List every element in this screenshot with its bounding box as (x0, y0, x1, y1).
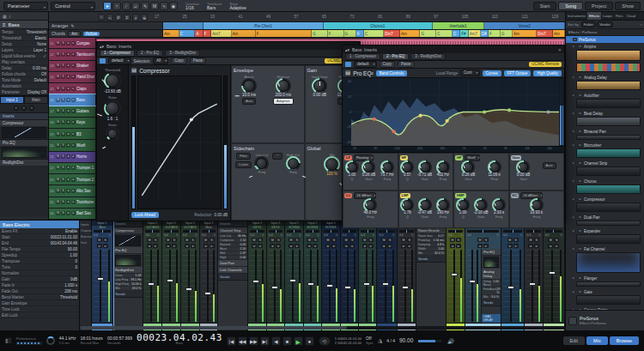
solo-button[interactable]: S (387, 238, 392, 242)
monitor-button[interactable]: ▸ (368, 244, 374, 248)
chord-g[interactable]: G (501, 30, 513, 37)
pan-control[interactable] (448, 230, 463, 233)
event-value[interactable]: 00143.04.04.46 (51, 241, 77, 245)
chord-f[interactable]: F# (460, 30, 468, 37)
chord-f[interactable]: F (328, 30, 344, 37)
mute-button[interactable]: M (362, 238, 368, 242)
solo-button[interactable]: S (61, 154, 65, 159)
remote-badge[interactable]: UC/MC Remote (529, 62, 562, 67)
channel-fader[interactable] (399, 250, 414, 322)
mute-button[interactable]: M (270, 238, 275, 242)
event-row-tune[interactable]: Tune0 (0, 264, 79, 270)
close-icon[interactable]: ✕ (558, 47, 562, 52)
solo-button[interactable]: S (61, 109, 65, 113)
record-arm-button[interactable]: ● (204, 244, 209, 248)
Channel Strip-preview-thumbnail[interactable] (576, 166, 641, 176)
expand-arrow-icon[interactable]: ▸ (573, 76, 576, 79)
Beat Delay-preview-thumbnail[interactable] (576, 117, 641, 126)
mute-button[interactable]: M (166, 238, 171, 242)
channel-output-label[interactable]: GUITARS (181, 226, 199, 229)
lmf-q-knob[interactable] (402, 200, 412, 210)
inspector-row-setup[interactable]: SetupNone (0, 41, 48, 47)
insert-compressor[interactable]: Compressor (113, 227, 143, 234)
track-header-keys[interactable]: 18MS●▸Keys (49, 118, 96, 128)
expand-arrow-icon[interactable]: ▸ (573, 215, 576, 219)
pan-control[interactable] (183, 230, 197, 233)
monitor-button[interactable]: ▸ (313, 244, 318, 248)
record-arm-button[interactable]: ● (548, 244, 553, 248)
monitor-button[interactable]: ▸ (153, 244, 158, 248)
mixer-bank-inputs[interactable]: Inputs (81, 223, 90, 227)
grid-icon[interactable]: ▦ (3, 14, 7, 19)
pan-control[interactable] (361, 230, 374, 233)
solo-button[interactable]: S (61, 98, 65, 102)
eq-graph[interactable]: 24120-12-24 (343, 78, 564, 147)
mute-button[interactable]: M (307, 238, 312, 242)
channel-fader[interactable] (361, 250, 374, 322)
browser-tab-effects[interactable]: Effects (587, 12, 601, 20)
solo-button[interactable]: S (483, 238, 489, 242)
inspector-value[interactable]: Elastic (35, 36, 46, 40)
pan-control[interactable] (269, 230, 283, 233)
inspector-value[interactable]: 0.00 ms (33, 66, 46, 70)
expand-arrow-icon[interactable]: ▸ (573, 197, 576, 201)
record-arm-button[interactable]: ● (528, 244, 533, 248)
chord-a[interactable]: A (356, 30, 364, 37)
inspector-row-delay[interactable]: Delay0.00 ms (0, 65, 48, 71)
mixer-bank-outputs[interactable]: Outputs (81, 229, 90, 233)
chord-c[interactable]: C (453, 30, 460, 37)
monitor-button[interactable]: ▸ (71, 211, 76, 215)
paste-button[interactable]: Paste (398, 61, 415, 68)
fader-cap[interactable] (529, 282, 536, 286)
monitor-button[interactable]: ▸ (191, 244, 196, 248)
chord-am[interactable]: Am (163, 30, 179, 37)
track-header-alto-sax[interactable]: 24MS●▸Alto Sax (49, 185, 96, 196)
fader-cap[interactable] (382, 282, 389, 286)
expand-arrow-icon[interactable]: ▸ (573, 179, 576, 183)
pan-control[interactable] (526, 230, 540, 233)
channel-output-label[interactable]: Main (92, 226, 112, 229)
pan-control[interactable] (379, 230, 394, 233)
inspector-row-timestretch[interactable]: TimestretchElastic (0, 35, 48, 41)
selection-dropdown[interactable]: All (153, 57, 168, 64)
Autofilter-preview-thumbnail[interactable] (576, 99, 641, 108)
channel-output-label[interactable]: HORNS (304, 226, 321, 229)
fader-cap[interactable] (307, 282, 314, 286)
param-feedback[interactable]: Feedback19.0 % (482, 287, 501, 295)
record-button[interactable]: ● (66, 52, 70, 57)
sends-header[interactable]: Sends (416, 256, 446, 263)
solo-button[interactable]: S (103, 238, 108, 242)
tempo-value[interactable]: 90.00 (399, 338, 413, 343)
timeline-ruler[interactable]: 1725334149576573818997105113121129 (148, 15, 565, 19)
record-arm-button[interactable]: ● (270, 244, 275, 248)
mixer-channel-funk-guitar[interactable]: Input 1GUITARS0.0CMS●▸Funk Guitar (162, 221, 181, 330)
track-header-trumpet-2[interactable]: 23MS●▸Trumpet 2 (49, 174, 96, 185)
page-tab-project[interactable]: Project (585, 2, 613, 10)
sort-vendor[interactable]: Vendor (597, 21, 613, 27)
high-cut-knob[interactable] (288, 158, 299, 169)
pan-control[interactable] (164, 230, 179, 233)
expand-arrow-icon[interactable]: ▸ (573, 45, 576, 48)
chord-am[interactable]: Am (400, 30, 420, 37)
hmf-freq-knob[interactable] (494, 200, 504, 210)
expand-arrow-icon[interactable]: ▸ (573, 94, 576, 97)
threshold-knob[interactable] (106, 74, 119, 88)
track-header-wurli[interactable]: 20MS●▸Wurli (49, 140, 96, 150)
mute-button[interactable]: M (450, 238, 455, 242)
monitor-button[interactable]: ▸ (258, 244, 263, 248)
param-delay-beats[interactable]: Delay Beats1.00 (482, 280, 501, 287)
solo-button[interactable]: S (456, 238, 461, 242)
solo-button[interactable]: S (554, 238, 559, 242)
browser-item-ampire[interactable]: ▸Ampire (566, 43, 644, 50)
browser-item-autofilter[interactable]: ▸Autofilter (566, 92, 644, 99)
arranger-section-unnamed[interactable] (163, 22, 204, 29)
browser-tab-files[interactable]: Files (614, 12, 624, 20)
eraser-tool-button[interactable]: ▱ (131, 2, 140, 10)
expand-arrow-icon[interactable]: ▸ (573, 143, 576, 147)
copy-button[interactable]: Copy (380, 61, 396, 68)
solo-button[interactable]: S (276, 238, 281, 242)
channel-fader[interactable] (503, 250, 522, 322)
solo-button[interactable]: S (61, 87, 65, 91)
pan-control[interactable] (306, 230, 319, 233)
solo-button[interactable]: S (61, 143, 65, 148)
